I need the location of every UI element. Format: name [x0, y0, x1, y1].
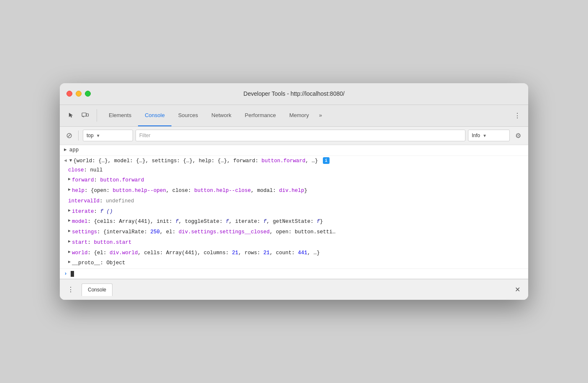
- console-row-object: ◀ ▼ {world: {…}, model: {…}, settings: {…: [60, 156, 528, 165]
- console-toolbar: ⊘ top ▼ Info ▼ ⚙: [60, 127, 528, 145]
- console-row-app: ▶ app: [60, 145, 528, 156]
- drawer: ⋮ Console ✕: [60, 279, 528, 300]
- prompt-icon: ›: [64, 271, 67, 277]
- more-menu-button[interactable]: ⋮: [511, 110, 523, 121]
- iterate-triangle[interactable]: ▶: [68, 208, 71, 213]
- cursor: [71, 271, 74, 277]
- drawer-console-tab[interactable]: Console: [82, 283, 112, 296]
- drawer-menu-button[interactable]: ⋮: [65, 284, 77, 296]
- console-content: ▶ app ◀ ▼ {world: {…}, model: {…}, setti…: [60, 145, 528, 279]
- console-row-world: ▶ world: {el: div.world, cells: Array(44…: [60, 248, 528, 258]
- toolbar-end: ⋮: [511, 110, 523, 121]
- window-title: Developer Tools - http://localhost:8080/: [243, 90, 345, 97]
- down-triangle[interactable]: ▼: [69, 157, 72, 165]
- console-prompt-row[interactable]: ›: [60, 269, 528, 279]
- tab-more[interactable]: »: [316, 105, 325, 126]
- tabs: Elements Console Sources Network Perform…: [102, 105, 510, 126]
- inspect-icon[interactable]: [65, 109, 77, 122]
- devtools-window: Developer Tools - http://localhost:8080/…: [60, 83, 528, 300]
- console-row-help: ▶ help: {open: button.help--open, close:…: [60, 186, 528, 196]
- back-arrow: ◀: [64, 157, 67, 165]
- console-row-forward: ▶ forward: button.forward: [60, 175, 528, 186]
- svg-rect-0: [82, 113, 86, 116]
- clear-console-button[interactable]: ⊘: [64, 130, 74, 140]
- close-button[interactable]: [66, 91, 72, 97]
- model-triangle[interactable]: ▶: [68, 218, 71, 223]
- object-text: {world: {…}, model: {…}, settings: {…}, …: [73, 157, 524, 165]
- forward-triangle[interactable]: ▶: [68, 176, 71, 181]
- console-row-proto: ▶ __proto__: Object: [60, 258, 528, 269]
- expand-arrow[interactable]: ▶: [64, 146, 67, 154]
- console-settings-button[interactable]: ⚙: [512, 130, 524, 141]
- drawer-close-button[interactable]: ✕: [511, 284, 523, 296]
- console-row-iterate: ▶ iterate: f (): [60, 207, 528, 217]
- proto-triangle[interactable]: ▶: [68, 259, 71, 264]
- console-row-close: close: null: [60, 165, 528, 176]
- app-label: app: [69, 146, 524, 154]
- svg-rect-1: [87, 114, 89, 116]
- tab-network[interactable]: Network: [205, 105, 238, 126]
- toolbar-icons: [65, 109, 97, 122]
- settings-triangle[interactable]: ▶: [68, 228, 71, 233]
- traffic-lights: [66, 91, 91, 97]
- maximize-button[interactable]: [85, 91, 91, 97]
- console-row-settings: ▶ settings: {intervalRate: 250, el: div.…: [60, 227, 528, 237]
- tab-memory[interactable]: Memory: [283, 105, 316, 126]
- titlebar: Developer Tools - http://localhost:8080/: [60, 83, 528, 105]
- log-level-select[interactable]: Info ▼: [468, 130, 510, 141]
- context-arrow: ▼: [96, 133, 100, 138]
- console-row-model: ▶ model: {cells: Array(441), init: f, to…: [60, 217, 528, 227]
- minimize-button[interactable]: [76, 91, 82, 97]
- console-row-intervalid: intervalId: undefined: [60, 196, 528, 207]
- toolbar-divider: [78, 130, 79, 140]
- context-select[interactable]: top ▼: [83, 130, 133, 141]
- log-level-arrow: ▼: [483, 133, 487, 138]
- info-badge[interactable]: i: [323, 157, 330, 164]
- tab-elements[interactable]: Elements: [102, 105, 138, 126]
- tab-sources[interactable]: Sources: [171, 105, 205, 126]
- help-triangle[interactable]: ▶: [68, 187, 71, 192]
- console-row-start: ▶ start: button.start: [60, 237, 528, 248]
- filter-input[interactable]: [135, 130, 465, 141]
- device-icon[interactable]: [79, 109, 92, 122]
- tab-performance[interactable]: Performance: [238, 105, 282, 126]
- start-triangle[interactable]: ▶: [68, 239, 71, 244]
- devtools-toolbar: Elements Console Sources Network Perform…: [60, 105, 528, 127]
- world-triangle[interactable]: ▶: [68, 249, 71, 254]
- tab-console[interactable]: Console: [138, 105, 171, 126]
